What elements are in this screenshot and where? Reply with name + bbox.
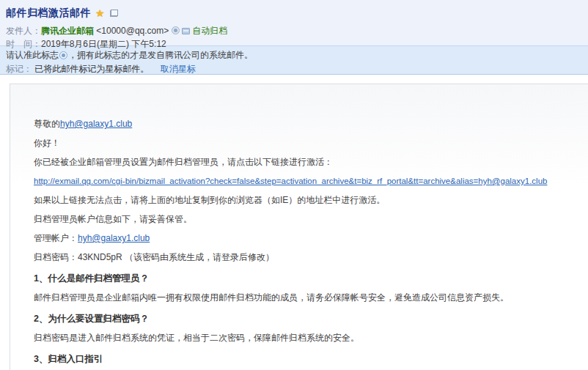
account-line: 管理帐户：hyh@galaxy1.club — [34, 232, 582, 244]
faq-question-1: 1、什么是邮件归档管理员？ — [34, 273, 582, 284]
faq-question-2: 2、为什么要设置归档密码？ — [34, 313, 582, 325]
sender-address: <10000@qq.com> — [96, 26, 169, 36]
notice-suffix: ，拥有此标志的才是发自腾讯公司的系统邮件。 — [68, 50, 253, 60]
greeting: 你好！ — [34, 137, 582, 149]
unstar-link[interactable]: 取消星标 — [161, 64, 196, 74]
account-info-intro: 归档管理员帐户信息如下，请妥善保管。 — [34, 213, 582, 225]
activation-url-link[interactable]: http://exmail.qq.com/cgi-bin/bizmail_act… — [34, 177, 547, 185]
fallback-note: 如果以上链接无法点击，请将上面的地址复制到你的浏览器（如IE）的地址栏中进行激活… — [34, 194, 582, 206]
account-label: 管理帐户： — [34, 233, 78, 243]
system-mail-notice: 请认准此标志，拥有此标志的才是发自腾讯公司的系统邮件。 标记： 已将此邮件标记为… — [0, 45, 588, 75]
salutation: 尊敬的hyh@galaxy1.club — [34, 118, 582, 130]
title-row: 邮件归档激活邮件 ★ — [6, 7, 581, 20]
notice-prefix: 请认准此标志 — [6, 50, 59, 60]
tencent-badge-icon — [59, 51, 67, 59]
password-note: （该密码由系统生成，请登录后修改） — [125, 252, 274, 262]
faq-answer-1: 邮件归档管理员是企业邮箱内唯一拥有权限使用邮件归档功能的成员，请务必保障帐号安全… — [34, 292, 582, 303]
sender-row: 发件人：腾讯企业邮箱 <10000@qq.com>自动归档 — [6, 24, 581, 37]
star-icon[interactable]: ★ — [95, 7, 105, 19]
verified-badge-icon — [172, 26, 180, 34]
mail-body-panel: 尊敬的hyh@galaxy1.club 你好！ 你已经被企业邮箱管理员设置为邮件… — [10, 84, 588, 370]
account-email-link[interactable]: hyh@galaxy1.club — [78, 233, 150, 243]
intro-line: 你已经被企业邮箱管理员设置为邮件归档管理员，请点击以下链接进行激活： — [34, 156, 582, 168]
tag-text: 已将此邮件标记为星标邮件。 — [34, 64, 149, 74]
mail-header: 邮件归档激活邮件 ★ 发件人：腾讯企业邮箱 <10000@qq.com>自动归档… — [0, 0, 588, 45]
password-value: 43KND5pR — [78, 252, 122, 262]
sender-name[interactable]: 腾讯企业邮箱 — [41, 26, 94, 36]
archive-folder-icon — [182, 28, 190, 34]
activation-url-line: http://exmail.qq.com/cgi-bin/bizmail_act… — [34, 175, 582, 187]
time-value: 2019年8月6日(星期二) 下午5:12 — [41, 39, 166, 49]
open-in-new-window-icon[interactable] — [110, 10, 118, 17]
notice-line-2: 标记： 已将此邮件标记为星标邮件。 取消星标 — [6, 64, 582, 75]
password-label: 归档密码： — [34, 252, 78, 262]
auto-archive-label[interactable]: 自动归档 — [192, 26, 227, 36]
mail-subject: 邮件归档激活邮件 — [6, 7, 91, 20]
time-label: 时 间： — [6, 39, 41, 49]
faq-answer-2: 归档密码是进入邮件归档系统的凭证，相当于二次密码，保障邮件归档系统的安全。 — [34, 332, 582, 344]
notice-line-1: 请认准此标志，拥有此标志的才是发自腾讯公司的系统邮件。 — [6, 50, 582, 61]
faq-question-3: 3、归档入口指引 — [34, 353, 582, 365]
sender-label: 发件人： — [6, 26, 41, 36]
tag-label: 标记： — [6, 64, 32, 74]
salutation-email-link[interactable]: hyh@galaxy1.club — [60, 119, 132, 129]
salutation-prefix: 尊敬的 — [34, 119, 60, 129]
password-line: 归档密码：43KND5pR （该密码由系统生成，请登录后修改） — [34, 251, 582, 263]
